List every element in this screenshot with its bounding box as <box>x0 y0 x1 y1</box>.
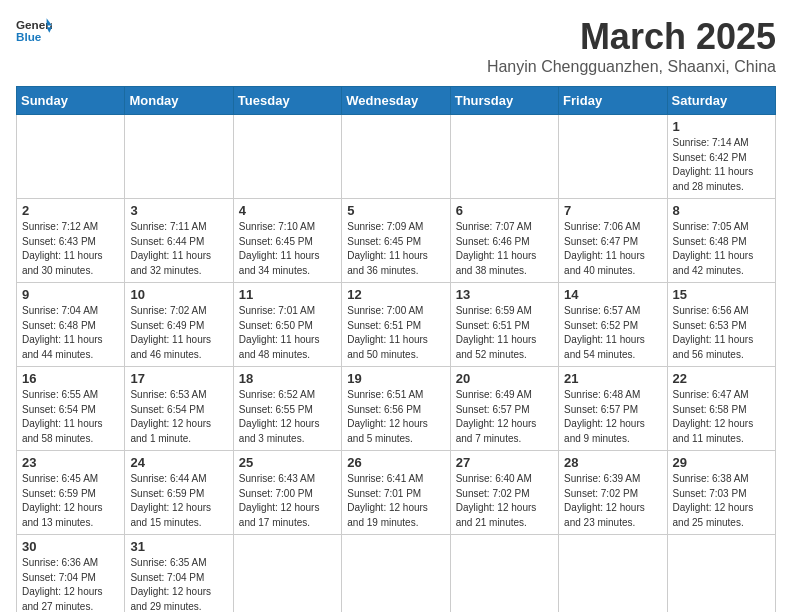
calendar-week-5: 30Sunrise: 6:36 AM Sunset: 7:04 PM Dayli… <box>17 535 776 613</box>
day-number: 25 <box>239 455 336 470</box>
day-info: Sunrise: 7:01 AM Sunset: 6:50 PM Dayligh… <box>239 304 336 362</box>
day-number: 2 <box>22 203 119 218</box>
day-info: Sunrise: 6:40 AM Sunset: 7:02 PM Dayligh… <box>456 472 553 530</box>
day-number: 6 <box>456 203 553 218</box>
day-info: Sunrise: 6:56 AM Sunset: 6:53 PM Dayligh… <box>673 304 770 362</box>
calendar-cell <box>17 115 125 199</box>
day-info: Sunrise: 6:39 AM Sunset: 7:02 PM Dayligh… <box>564 472 661 530</box>
day-info: Sunrise: 7:06 AM Sunset: 6:47 PM Dayligh… <box>564 220 661 278</box>
calendar-cell: 16Sunrise: 6:55 AM Sunset: 6:54 PM Dayli… <box>17 367 125 451</box>
calendar-week-1: 2Sunrise: 7:12 AM Sunset: 6:43 PM Daylig… <box>17 199 776 283</box>
day-number: 3 <box>130 203 227 218</box>
month-title: March 2025 <box>487 16 776 58</box>
day-number: 9 <box>22 287 119 302</box>
calendar-cell: 28Sunrise: 6:39 AM Sunset: 7:02 PM Dayli… <box>559 451 667 535</box>
day-info: Sunrise: 6:52 AM Sunset: 6:55 PM Dayligh… <box>239 388 336 446</box>
calendar-cell: 23Sunrise: 6:45 AM Sunset: 6:59 PM Dayli… <box>17 451 125 535</box>
location-title: Hanyin Chengguanzhen, Shaanxi, China <box>487 58 776 76</box>
day-info: Sunrise: 7:02 AM Sunset: 6:49 PM Dayligh… <box>130 304 227 362</box>
calendar-cell: 30Sunrise: 6:36 AM Sunset: 7:04 PM Dayli… <box>17 535 125 613</box>
day-number: 26 <box>347 455 444 470</box>
day-number: 13 <box>456 287 553 302</box>
calendar-cell: 1Sunrise: 7:14 AM Sunset: 6:42 PM Daylig… <box>667 115 775 199</box>
day-header-friday: Friday <box>559 87 667 115</box>
day-info: Sunrise: 7:09 AM Sunset: 6:45 PM Dayligh… <box>347 220 444 278</box>
day-header-saturday: Saturday <box>667 87 775 115</box>
day-info: Sunrise: 7:14 AM Sunset: 6:42 PM Dayligh… <box>673 136 770 194</box>
day-number: 1 <box>673 119 770 134</box>
day-number: 31 <box>130 539 227 554</box>
calendar-cell: 10Sunrise: 7:02 AM Sunset: 6:49 PM Dayli… <box>125 283 233 367</box>
calendar-cell: 2Sunrise: 7:12 AM Sunset: 6:43 PM Daylig… <box>17 199 125 283</box>
calendar-cell <box>667 535 775 613</box>
calendar-cell: 26Sunrise: 6:41 AM Sunset: 7:01 PM Dayli… <box>342 451 450 535</box>
day-info: Sunrise: 7:04 AM Sunset: 6:48 PM Dayligh… <box>22 304 119 362</box>
day-info: Sunrise: 6:38 AM Sunset: 7:03 PM Dayligh… <box>673 472 770 530</box>
day-number: 30 <box>22 539 119 554</box>
day-info: Sunrise: 6:49 AM Sunset: 6:57 PM Dayligh… <box>456 388 553 446</box>
day-info: Sunrise: 7:12 AM Sunset: 6:43 PM Dayligh… <box>22 220 119 278</box>
calendar-week-4: 23Sunrise: 6:45 AM Sunset: 6:59 PM Dayli… <box>17 451 776 535</box>
day-number: 18 <box>239 371 336 386</box>
day-header-monday: Monday <box>125 87 233 115</box>
calendar-cell: 18Sunrise: 6:52 AM Sunset: 6:55 PM Dayli… <box>233 367 341 451</box>
calendar-cell <box>342 115 450 199</box>
day-number: 19 <box>347 371 444 386</box>
calendar-cell: 6Sunrise: 7:07 AM Sunset: 6:46 PM Daylig… <box>450 199 558 283</box>
calendar-cell <box>450 115 558 199</box>
calendar-cell: 25Sunrise: 6:43 AM Sunset: 7:00 PM Dayli… <box>233 451 341 535</box>
calendar-cell: 21Sunrise: 6:48 AM Sunset: 6:57 PM Dayli… <box>559 367 667 451</box>
day-info: Sunrise: 6:45 AM Sunset: 6:59 PM Dayligh… <box>22 472 119 530</box>
day-number: 5 <box>347 203 444 218</box>
day-number: 4 <box>239 203 336 218</box>
day-number: 23 <box>22 455 119 470</box>
day-info: Sunrise: 7:11 AM Sunset: 6:44 PM Dayligh… <box>130 220 227 278</box>
day-info: Sunrise: 6:35 AM Sunset: 7:04 PM Dayligh… <box>130 556 227 612</box>
day-info: Sunrise: 6:41 AM Sunset: 7:01 PM Dayligh… <box>347 472 444 530</box>
calendar-cell <box>559 535 667 613</box>
day-info: Sunrise: 6:47 AM Sunset: 6:58 PM Dayligh… <box>673 388 770 446</box>
calendar-cell: 12Sunrise: 7:00 AM Sunset: 6:51 PM Dayli… <box>342 283 450 367</box>
day-header-sunday: Sunday <box>17 87 125 115</box>
calendar-cell <box>559 115 667 199</box>
day-number: 22 <box>673 371 770 386</box>
day-number: 8 <box>673 203 770 218</box>
calendar-cell: 15Sunrise: 6:56 AM Sunset: 6:53 PM Dayli… <box>667 283 775 367</box>
calendar-cell <box>342 535 450 613</box>
title-area: March 2025 Hanyin Chengguanzhen, Shaanxi… <box>487 16 776 76</box>
day-header-wednesday: Wednesday <box>342 87 450 115</box>
calendar-cell: 11Sunrise: 7:01 AM Sunset: 6:50 PM Dayli… <box>233 283 341 367</box>
header: General Blue March 2025 Hanyin Chengguan… <box>16 16 776 76</box>
day-info: Sunrise: 6:57 AM Sunset: 6:52 PM Dayligh… <box>564 304 661 362</box>
calendar-cell: 20Sunrise: 6:49 AM Sunset: 6:57 PM Dayli… <box>450 367 558 451</box>
calendar-cell: 4Sunrise: 7:10 AM Sunset: 6:45 PM Daylig… <box>233 199 341 283</box>
day-info: Sunrise: 7:07 AM Sunset: 6:46 PM Dayligh… <box>456 220 553 278</box>
calendar-cell: 24Sunrise: 6:44 AM Sunset: 6:59 PM Dayli… <box>125 451 233 535</box>
calendar-cell: 29Sunrise: 6:38 AM Sunset: 7:03 PM Dayli… <box>667 451 775 535</box>
calendar: SundayMondayTuesdayWednesdayThursdayFrid… <box>16 86 776 612</box>
calendar-cell: 14Sunrise: 6:57 AM Sunset: 6:52 PM Dayli… <box>559 283 667 367</box>
day-header-tuesday: Tuesday <box>233 87 341 115</box>
day-header-thursday: Thursday <box>450 87 558 115</box>
calendar-cell: 3Sunrise: 7:11 AM Sunset: 6:44 PM Daylig… <box>125 199 233 283</box>
calendar-cell: 31Sunrise: 6:35 AM Sunset: 7:04 PM Dayli… <box>125 535 233 613</box>
day-info: Sunrise: 6:48 AM Sunset: 6:57 PM Dayligh… <box>564 388 661 446</box>
calendar-cell: 5Sunrise: 7:09 AM Sunset: 6:45 PM Daylig… <box>342 199 450 283</box>
logo-icon: General Blue <box>16 16 52 44</box>
logo: General Blue <box>16 16 52 44</box>
day-number: 29 <box>673 455 770 470</box>
day-number: 11 <box>239 287 336 302</box>
calendar-cell: 27Sunrise: 6:40 AM Sunset: 7:02 PM Dayli… <box>450 451 558 535</box>
svg-text:Blue: Blue <box>16 30 42 43</box>
day-number: 7 <box>564 203 661 218</box>
day-number: 10 <box>130 287 227 302</box>
calendar-cell: 13Sunrise: 6:59 AM Sunset: 6:51 PM Dayli… <box>450 283 558 367</box>
day-info: Sunrise: 6:53 AM Sunset: 6:54 PM Dayligh… <box>130 388 227 446</box>
day-number: 20 <box>456 371 553 386</box>
day-info: Sunrise: 6:44 AM Sunset: 6:59 PM Dayligh… <box>130 472 227 530</box>
day-number: 16 <box>22 371 119 386</box>
calendar-week-0: 1Sunrise: 7:14 AM Sunset: 6:42 PM Daylig… <box>17 115 776 199</box>
calendar-cell: 17Sunrise: 6:53 AM Sunset: 6:54 PM Dayli… <box>125 367 233 451</box>
day-info: Sunrise: 6:55 AM Sunset: 6:54 PM Dayligh… <box>22 388 119 446</box>
day-number: 14 <box>564 287 661 302</box>
